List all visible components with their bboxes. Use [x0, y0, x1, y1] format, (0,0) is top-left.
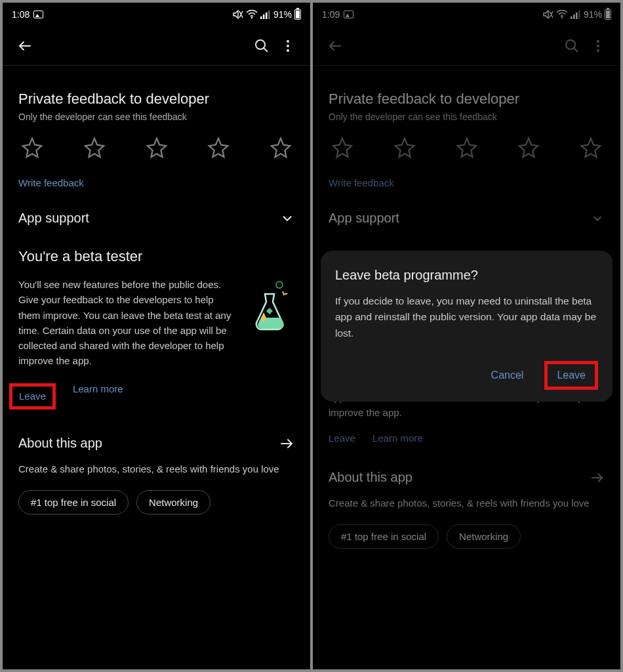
write-feedback-link[interactable]: Write feedback	[18, 177, 294, 188]
beta-description: You'll see new features before the publi…	[18, 277, 234, 369]
app-bar	[3, 26, 310, 66]
beta-leave-link[interactable]: Leave	[19, 390, 46, 402]
signal-icon	[260, 10, 271, 19]
status-time: 1:08	[12, 9, 30, 20]
beta-learn-more-link[interactable]: Learn more	[73, 383, 123, 410]
screenshot-right: 1:09 91% Private feedback to developer O…	[313, 3, 620, 669]
svg-rect-3	[266, 12, 268, 19]
about-title: About this app	[18, 436, 102, 451]
battery-percent: 91%	[273, 9, 292, 20]
svg-point-9	[276, 282, 283, 288]
dialog-scrim[interactable]: Leave beta programme? If you decide to l…	[313, 3, 620, 669]
svg-point-7	[287, 45, 289, 47]
dialog-cancel-button[interactable]: Cancel	[483, 364, 532, 387]
svg-point-0	[251, 17, 252, 18]
star-5-icon[interactable]	[270, 136, 292, 159]
about-description: Create & share photos, stories, & reels …	[18, 462, 294, 476]
svg-point-6	[287, 40, 289, 43]
about-row[interactable]: About this app	[18, 436, 294, 452]
flask-icon	[243, 277, 294, 336]
chip-networking[interactable]: Networking	[136, 490, 211, 514]
dialog-title: Leave beta programme?	[335, 268, 598, 283]
svg-rect-2	[263, 14, 265, 19]
wifi-icon	[246, 10, 258, 19]
feedback-title: Private feedback to developer	[18, 91, 294, 108]
rating-stars[interactable]	[18, 136, 294, 159]
app-support-row[interactable]: App support	[18, 211, 294, 226]
highlight-leave: Leave	[9, 383, 56, 410]
beta-tester-section: You're a beta tester You'll see new feat…	[18, 248, 294, 410]
mute-icon	[233, 10, 243, 19]
feedback-subtitle: Only the developer can see this feedback	[18, 112, 294, 122]
back-button[interactable]	[12, 33, 38, 59]
beta-title: You're a beta tester	[18, 248, 294, 265]
svg-rect-4	[268, 10, 270, 19]
search-button[interactable]	[249, 33, 275, 59]
app-support-title: App support	[18, 211, 89, 226]
leave-beta-dialog: Leave beta programme? If you decide to l…	[321, 251, 613, 401]
dialog-body: If you decide to leave, you may need to …	[335, 293, 598, 341]
battery-icon	[294, 9, 301, 20]
about-section: About this app Create & share photos, st…	[18, 436, 294, 514]
svg-rect-1	[260, 16, 262, 19]
arrow-right-icon	[279, 436, 294, 452]
highlight-leave-confirm: Leave	[544, 361, 598, 390]
star-3-icon[interactable]	[146, 136, 168, 159]
overflow-button[interactable]	[275, 33, 301, 59]
svg-point-5	[256, 40, 265, 49]
status-bar: 1:08 91%	[3, 3, 310, 26]
dialog-leave-button[interactable]: Leave	[557, 369, 586, 381]
overflow-icon	[280, 38, 296, 54]
screenshot-icon	[33, 10, 43, 18]
svg-point-8	[287, 49, 289, 52]
content: Private feedback to developer Only the d…	[3, 91, 310, 514]
screenshot-left: 1:08 91% Private feedback to developer O…	[3, 3, 310, 669]
chip-top-free[interactable]: #1 top free in social	[18, 490, 129, 514]
star-2-icon[interactable]	[83, 136, 106, 159]
star-1-icon[interactable]	[21, 136, 43, 159]
star-4-icon[interactable]	[207, 136, 230, 159]
chevron-down-icon	[280, 211, 294, 226]
search-icon	[254, 38, 270, 54]
